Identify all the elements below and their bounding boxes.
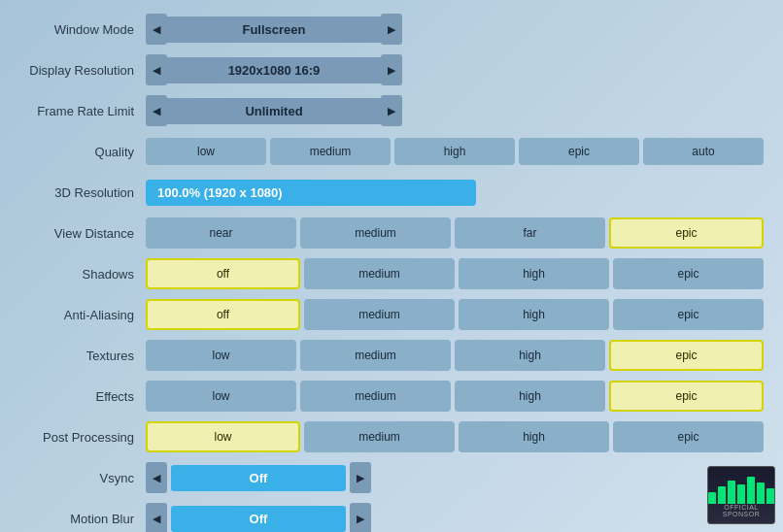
post-processing-label: Post Processing bbox=[19, 430, 146, 445]
quality-auto[interactable]: auto bbox=[643, 138, 764, 165]
anti-aliasing-row: Anti-Aliasing off medium high epic bbox=[19, 297, 764, 332]
textures-high[interactable]: high bbox=[455, 340, 605, 371]
textures-epic[interactable]: epic bbox=[609, 340, 764, 371]
frame-rate-row: Frame Rate Limit ◀ Unlimited ▶ bbox=[19, 93, 764, 128]
textures-label: Textures bbox=[19, 349, 146, 363]
motion-blur-next[interactable]: ▶ bbox=[350, 503, 371, 532]
chart-bar-2 bbox=[718, 486, 726, 504]
view-distance-medium[interactable]: medium bbox=[300, 217, 451, 249]
effects-epic[interactable]: epic bbox=[609, 381, 764, 412]
frame-rate-prev[interactable]: ◀ bbox=[146, 95, 167, 126]
resolution-3d-row: 3D Resolution 100.0% (1920 x 1080) bbox=[19, 175, 764, 210]
motion-blur-control: ◀ Off ▶ bbox=[146, 503, 371, 532]
anti-aliasing-off[interactable]: off bbox=[146, 299, 300, 330]
sponsor-badge: OFFICIAL SPONSOR bbox=[707, 466, 775, 524]
window-mode-value: Fullscreen bbox=[167, 17, 381, 43]
quality-low[interactable]: low bbox=[146, 138, 266, 165]
window-mode-next[interactable]: ▶ bbox=[381, 14, 402, 45]
chart-bar-5 bbox=[747, 477, 755, 504]
shadows-epic[interactable]: epic bbox=[613, 258, 764, 289]
view-distance-far[interactable]: far bbox=[455, 217, 605, 249]
shadows-label: Shadows bbox=[19, 267, 146, 282]
display-resolution-label: Display Resolution bbox=[19, 63, 146, 78]
display-resolution-value: 1920x1080 16:9 bbox=[167, 57, 381, 83]
vsync-control: ◀ Off ▶ bbox=[146, 462, 371, 493]
window-mode-row: Window Mode ◀ Fullscreen ▶ bbox=[19, 12, 764, 47]
display-resolution-row: Display Resolution ◀ 1920x1080 16:9 ▶ bbox=[19, 52, 764, 87]
effects-row: Effects low medium high epic bbox=[19, 379, 764, 414]
chart-bar-7 bbox=[766, 488, 774, 504]
vsync-prev[interactable]: ◀ bbox=[146, 462, 167, 493]
resolution-3d-value: 100.0% (1920 x 1080) bbox=[146, 180, 476, 206]
quality-high[interactable]: high bbox=[394, 138, 515, 165]
motion-blur-label: Motion Blur bbox=[19, 512, 146, 526]
motion-blur-row: Motion Blur ◀ Off ▶ bbox=[19, 501, 764, 532]
textures-options: low medium high epic bbox=[146, 340, 764, 371]
display-resolution-prev[interactable]: ◀ bbox=[146, 54, 167, 85]
resolution-3d-label: 3D Resolution bbox=[19, 185, 146, 200]
shadows-high[interactable]: high bbox=[459, 258, 609, 289]
effects-options: low medium high epic bbox=[146, 381, 764, 412]
effects-high[interactable]: high bbox=[455, 381, 605, 412]
settings-panel: Window Mode ◀ Fullscreen ▶ Display Resol… bbox=[0, 0, 783, 532]
shadows-row: Shadows off medium high epic bbox=[19, 256, 764, 291]
textures-medium[interactable]: medium bbox=[300, 340, 451, 371]
sponsor-chart bbox=[708, 475, 774, 504]
effects-label: Effects bbox=[19, 389, 146, 404]
textures-row: Textures low medium high epic bbox=[19, 338, 764, 373]
sponsor-text: OFFICIAL SPONSOR bbox=[712, 504, 770, 517]
chart-bar-1 bbox=[708, 492, 716, 504]
textures-low[interactable]: low bbox=[146, 340, 296, 371]
anti-aliasing-options: off medium high epic bbox=[146, 299, 764, 330]
frame-rate-value: Unlimited bbox=[167, 98, 381, 124]
vsync-label: Vsync bbox=[19, 471, 146, 485]
view-distance-options: near medium far epic bbox=[146, 217, 764, 249]
chart-bar-6 bbox=[757, 482, 765, 504]
vsync-row: Vsync ◀ Off ▶ bbox=[19, 460, 764, 495]
post-processing-high[interactable]: high bbox=[459, 421, 609, 452]
anti-aliasing-label: Anti-Aliasing bbox=[19, 308, 146, 322]
quality-epic[interactable]: epic bbox=[519, 138, 639, 165]
view-distance-epic[interactable]: epic bbox=[609, 217, 764, 249]
post-processing-row: Post Processing low medium high epic bbox=[19, 419, 764, 454]
chart-bar-4 bbox=[737, 484, 745, 504]
vsync-next[interactable]: ▶ bbox=[350, 462, 371, 493]
quality-medium[interactable]: medium bbox=[270, 138, 391, 165]
vsync-value: Off bbox=[171, 465, 346, 491]
effects-medium[interactable]: medium bbox=[300, 381, 451, 412]
quality-options: low medium high epic auto bbox=[146, 138, 764, 165]
shadows-off[interactable]: off bbox=[146, 258, 300, 289]
post-processing-medium[interactable]: medium bbox=[304, 421, 455, 452]
view-distance-row: View Distance near medium far epic bbox=[19, 216, 764, 250]
quality-label: Quality bbox=[19, 145, 146, 159]
frame-rate-next[interactable]: ▶ bbox=[381, 95, 402, 126]
display-resolution-next[interactable]: ▶ bbox=[381, 54, 402, 85]
post-processing-low[interactable]: low bbox=[146, 421, 300, 452]
anti-aliasing-epic[interactable]: epic bbox=[613, 299, 764, 330]
shadows-options: off medium high epic bbox=[146, 258, 764, 289]
post-processing-epic[interactable]: epic bbox=[613, 421, 764, 452]
anti-aliasing-medium[interactable]: medium bbox=[304, 299, 455, 330]
post-processing-options: low medium high epic bbox=[146, 421, 764, 452]
effects-low[interactable]: low bbox=[146, 381, 296, 412]
window-mode-prev[interactable]: ◀ bbox=[146, 14, 167, 45]
view-distance-label: View Distance bbox=[19, 226, 146, 241]
chart-bar-3 bbox=[728, 481, 735, 504]
motion-blur-value: Off bbox=[171, 506, 346, 532]
motion-blur-prev[interactable]: ◀ bbox=[146, 503, 167, 532]
shadows-medium[interactable]: medium bbox=[304, 258, 455, 289]
anti-aliasing-high[interactable]: high bbox=[459, 299, 609, 330]
view-distance-near[interactable]: near bbox=[146, 217, 296, 249]
frame-rate-label: Frame Rate Limit bbox=[19, 104, 146, 118]
window-mode-label: Window Mode bbox=[19, 22, 146, 37]
quality-row: Quality low medium high epic auto bbox=[19, 134, 764, 169]
